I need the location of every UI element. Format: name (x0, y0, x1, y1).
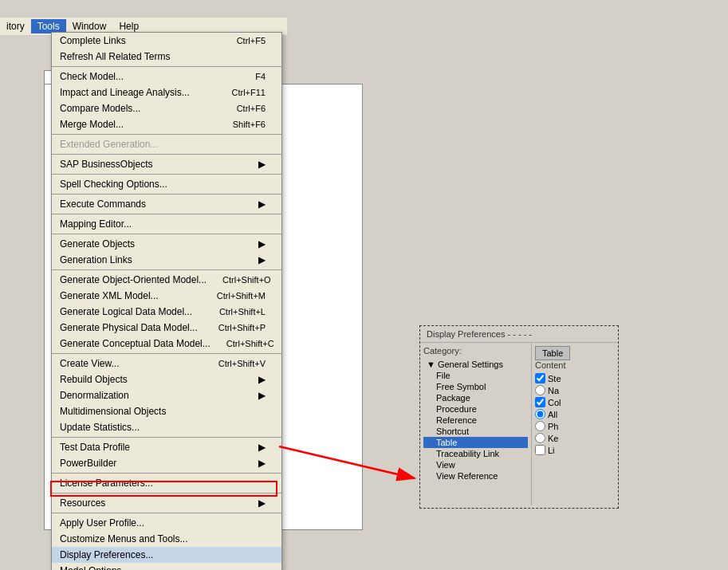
menu-check-model[interactable]: Check Model... F4 (52, 69, 281, 85)
arrow-rebuild: ▶ (258, 374, 266, 385)
menu-resources[interactable]: Resources ▶ (52, 495, 281, 511)
separator-9 (52, 353, 281, 354)
svg-line-1 (279, 446, 415, 478)
separator-10 (52, 437, 281, 438)
dialog-title: Display Preferences - - - - - (420, 326, 618, 343)
separator-12 (52, 493, 281, 493)
radio-ph[interactable]: Ph (535, 421, 615, 431)
separator-8 (52, 269, 281, 270)
menu-gen-cdm[interactable]: Generate Conceptual Data Model... Ctrl+S… (52, 336, 281, 352)
separator-13 (52, 513, 281, 513)
separator-5 (52, 194, 281, 195)
menu-generate-objects[interactable]: Generate Objects ▶ (52, 236, 281, 252)
tree-procedure[interactable]: Procedure (423, 403, 528, 415)
separator-11 (52, 473, 281, 474)
dialog-tab-table[interactable]: Table (535, 346, 570, 360)
menu-multidimensional[interactable]: Multidimensional Objects (52, 403, 281, 419)
category-label: Category: (423, 346, 528, 356)
checkbox-li-input[interactable] (535, 445, 545, 455)
arrow-test: ▶ (258, 442, 266, 453)
arrow-denorm: ▶ (258, 390, 266, 401)
menu-apply-user-profile[interactable]: Apply User Profile... (52, 515, 281, 531)
separator-1 (52, 66, 281, 67)
menu-test-data-profile[interactable]: Test Data Profile ▶ (52, 439, 281, 455)
radio-ke-input[interactable] (535, 433, 545, 443)
separator-2 (52, 134, 281, 135)
radio-ke[interactable]: Ke (535, 433, 615, 443)
menu-generation-links[interactable]: Generation Links ▶ (52, 252, 281, 268)
separator-6 (52, 214, 281, 214)
menu-extended-generation: Extended Generation... (52, 136, 281, 152)
arrow-resources: ▶ (258, 497, 266, 509)
menu-customize-menus[interactable]: Customize Menus and Tools... (52, 531, 281, 547)
tree-free-symbol[interactable]: Free Symbol (423, 381, 528, 392)
menu-model-options[interactable]: Model Options... (52, 563, 281, 570)
dialog-right-panel: Table Content Ste Na Col All (532, 343, 618, 505)
menu-mapping-editor[interactable]: Mapping Editor... (52, 216, 281, 232)
menu-gen-pdm[interactable]: Generate Physical Data Model... Ctrl+Shi… (52, 320, 281, 336)
dialog-right-content: Content Ste Na Col All (535, 360, 615, 455)
menu-license-params[interactable]: License Parameters... (52, 475, 281, 491)
menu-merge-model[interactable]: Merge Model... Shift+F6 (52, 116, 281, 132)
tools-dropdown-menu: Complete Links Ctrl+F5 Refresh All Relat… (51, 32, 282, 570)
menu-impact-lineage[interactable]: Impact and Lineage Analysis... Ctrl+F11 (52, 85, 281, 100)
menu-powerbuilder[interactable]: PowerBuilder ▶ (52, 455, 281, 471)
menu-gen-oom[interactable]: Generate Object-Oriented Model... Ctrl+S… (52, 272, 281, 288)
radio-all-input[interactable] (535, 409, 545, 419)
tree-package[interactable]: Package (423, 392, 528, 403)
content-label: Content (535, 360, 615, 370)
tree-reference[interactable]: Reference (423, 415, 528, 426)
arrow-pb: ▶ (258, 458, 266, 469)
menu-create-view[interactable]: Create View... Ctrl+Shift+V (52, 356, 281, 371)
separator-3 (52, 154, 281, 155)
menu-complete-links[interactable]: Complete Links Ctrl+F5 (52, 33, 281, 49)
checkbox-ste-input[interactable] (535, 373, 545, 383)
arrow-gen-objects: ▶ (258, 238, 266, 250)
checkbox-col[interactable]: Col (535, 397, 615, 407)
menu-compare-models[interactable]: Compare Models... Ctrl+F6 (52, 100, 281, 116)
arrow-sap: ▶ (258, 159, 266, 170)
separator-7 (52, 234, 281, 234)
menu-display-preferences[interactable]: Display Preferences... (52, 547, 281, 563)
red-arrow-indicator (271, 430, 455, 510)
menu-rebuild-objects[interactable]: Rebuild Objects ▶ (52, 371, 281, 387)
tree-general-settings[interactable]: ▼ General Settings (423, 359, 528, 370)
tree-file[interactable]: File (423, 370, 528, 381)
menu-refresh-related-terms[interactable]: Refresh All Related Terms (52, 49, 281, 65)
menu-update-statistics[interactable]: Update Statistics... (52, 419, 281, 435)
checkbox-li[interactable]: Li (535, 445, 615, 455)
checkbox-ste[interactable]: Ste (535, 373, 615, 383)
menu-spell-checking[interactable]: Spell Checking Options... (52, 176, 281, 192)
radio-na[interactable]: Na (535, 385, 615, 395)
radio-na-input[interactable] (535, 385, 545, 395)
menu-gen-xml[interactable]: Generate XML Model... Ctrl+Shift+M (52, 288, 281, 304)
menu-gen-ldm[interactable]: Generate Logical Data Model... Ctrl+Shif… (52, 304, 281, 320)
radio-all[interactable]: All (535, 409, 615, 419)
arrow-execute: ▶ (258, 199, 266, 210)
arrow-gen-links: ▶ (258, 254, 266, 265)
menu-denormalization[interactable]: Denormalization ▶ (52, 387, 281, 403)
checkbox-col-input[interactable] (535, 397, 545, 407)
menu-itory[interactable]: itory (0, 19, 31, 33)
separator-4 (52, 174, 281, 175)
radio-ph-input[interactable] (535, 421, 545, 431)
menu-sap-businessobjects[interactable]: SAP BusinessObjects ▶ (52, 156, 281, 172)
menu-execute-commands[interactable]: Execute Commands ▶ (52, 196, 281, 212)
